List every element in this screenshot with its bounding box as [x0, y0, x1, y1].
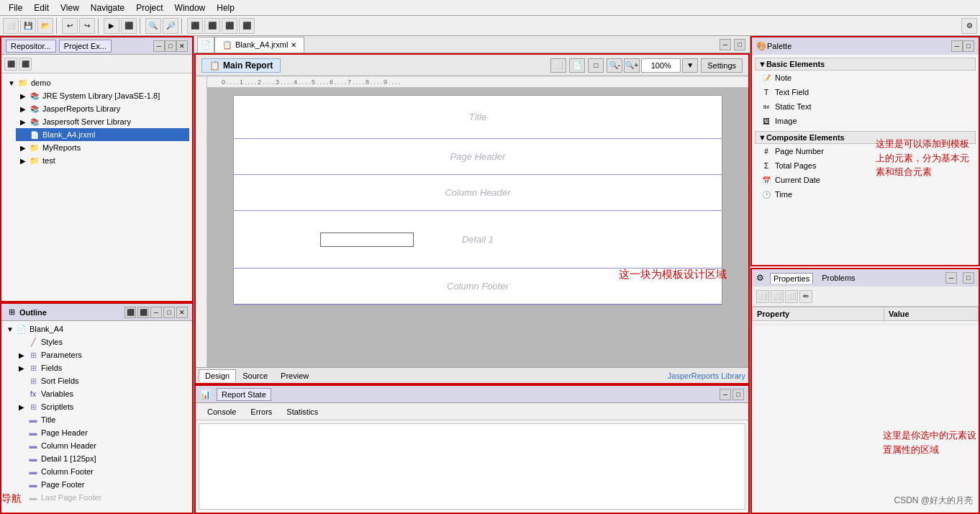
palette-text-field[interactable]: T Text Field [755, 85, 976, 99]
tab-errors[interactable]: Errors [245, 406, 278, 418]
props-btn3[interactable]: ⬜ [785, 290, 798, 303]
expand-test[interactable]: ▶ [17, 155, 29, 166]
outline-title[interactable]: ▬ Title [14, 413, 191, 426]
repo-minimize[interactable]: ─ [153, 40, 165, 52]
outline-maximize[interactable]: □ [163, 307, 175, 318]
tab-properties[interactable]: Properties [770, 273, 813, 284]
outline-parameters[interactable]: ▶ ⊞ Parameters [14, 348, 191, 361]
repo-maximize[interactable]: □ [165, 40, 176, 52]
palette-maximize[interactable]: □ [963, 40, 974, 52]
outline-detail1[interactable]: ▬ Detail 1 [125px] [14, 452, 191, 465]
palette-note[interactable]: 📝 Note [755, 71, 976, 85]
expand-scriptlets[interactable]: ▶ [16, 401, 27, 412]
toolbar-align-top[interactable]: ⬛ [222, 18, 237, 34]
toolbar-save[interactable]: 💾 [20, 18, 36, 34]
repo-close[interactable]: ✕ [176, 40, 188, 52]
tab-blank-a4[interactable]: 📋 Blank_A4.jrxml ✕ [214, 37, 304, 53]
props-minimize[interactable]: ─ [945, 272, 957, 284]
outline-scriptlets[interactable]: ▶ ⊞ Scriptlets [14, 400, 191, 413]
expand-d1[interactable] [16, 453, 27, 464]
outline-last-page-footer[interactable]: ▬ Last Page Footer [14, 491, 191, 504]
expand-server[interactable]: ▶ [17, 116, 29, 127]
expand-outline-root[interactable]: ▼ [4, 323, 16, 335]
outline-btn2[interactable]: ⬛ [137, 307, 149, 318]
canvas-scroll[interactable]: Title Page Header Column Header Detail 1 [207, 88, 748, 367]
repo-btn2[interactable]: ⬛ [19, 58, 32, 71]
toolbar-undo[interactable]: ↩ [62, 18, 78, 34]
menu-help[interactable]: Help [211, 1, 240, 14]
toolbar-run[interactable]: ▶ [104, 18, 119, 34]
expand-myreports[interactable]: ▶ [17, 142, 29, 153]
toolbar-new[interactable]: ⬜ [3, 18, 19, 34]
toolbar-zoom-in[interactable]: 🔍 [145, 18, 161, 34]
outline-column-header[interactable]: ▬ Column Header [14, 439, 191, 452]
outline-fields[interactable]: ▶ ⊞ Fields [14, 361, 191, 374]
menu-view[interactable]: View [55, 1, 85, 14]
palette-static-text[interactable]: lbl Static Text [755, 99, 976, 114]
expand-pf[interactable] [16, 479, 27, 490]
toolbar-align-right[interactable]: ⬛ [204, 18, 220, 34]
expand-jre[interactable]: ▶ [17, 90, 29, 102]
editor-minimize[interactable]: ─ [720, 39, 731, 50]
expand-demo[interactable]: ▼ [6, 77, 17, 89]
palette-minimize[interactable]: ─ [951, 40, 963, 52]
expand-variables[interactable] [16, 388, 27, 400]
props-btn1[interactable]: ⬜ [756, 290, 769, 303]
outline-page-header[interactable]: ▬ Page Header [14, 426, 191, 439]
tree-blank-a4[interactable]: 📄 Blank_A4.jrxml [16, 128, 189, 141]
expand-cf[interactable] [16, 466, 27, 477]
tab-close-icon[interactable]: ✕ [291, 41, 296, 49]
band-page-header[interactable]: Page Header [234, 139, 722, 175]
zoom-input[interactable] [641, 58, 681, 73]
outline-root[interactable]: ▼ 📄 Blank_A4 [3, 323, 191, 335]
tree-jasperreports[interactable]: ▶ 📚 JasperReports Library [16, 102, 189, 115]
tab-project-explorer[interactable]: Project Ex... [59, 40, 112, 53]
expand-fields[interactable]: ▶ [16, 362, 27, 374]
toolbar-align-left[interactable]: ⬛ [187, 18, 203, 34]
mr-btn-page[interactable]: 📄 [569, 58, 585, 73]
repo-btn1[interactable]: ⬛ [4, 58, 17, 71]
tree-jre[interactable]: ▶ 📚 JRE System Library [JavaSE-1.8] [16, 89, 189, 102]
tab-preview[interactable]: Preview [274, 369, 315, 382]
toolbar-stop[interactable]: ⬛ [121, 18, 137, 34]
expand-styles[interactable] [16, 336, 27, 348]
tab-report-state[interactable]: Report State [217, 388, 271, 401]
zoom-dropdown[interactable]: ▼ [682, 58, 698, 73]
expand-ph[interactable] [16, 427, 27, 438]
menu-file[interactable]: File [3, 1, 28, 14]
main-report-tab[interactable]: 📋 Main Report [201, 58, 281, 73]
basic-elements-header[interactable]: ▼ Basic Elements [755, 58, 976, 71]
expand-blank[interactable] [17, 129, 29, 140]
expand-title-band[interactable] [16, 414, 27, 425]
outline-btn1[interactable]: ⬛ [124, 307, 136, 318]
palette-time[interactable]: 🕐 Time [755, 187, 976, 202]
expand-params[interactable]: ▶ [16, 349, 27, 361]
palette-image[interactable]: 🖼 Image [755, 114, 976, 128]
tree-myreports[interactable]: ▶ 📁 MyReports [16, 141, 189, 154]
toolbar-open[interactable]: 📂 [37, 18, 53, 34]
expand-jr[interactable]: ▶ [17, 103, 29, 114]
mr-btn-fit[interactable]: ⬜ [550, 58, 566, 73]
settings-button[interactable]: Settings [701, 58, 743, 73]
band-title[interactable]: Title [234, 96, 722, 139]
expand-ch[interactable] [16, 440, 27, 451]
menu-project[interactable]: Project [130, 1, 168, 14]
props-btn4[interactable]: ✏ [799, 290, 812, 303]
tab-problems[interactable]: Problems [819, 273, 858, 283]
outline-variables[interactable]: fx Variables [14, 387, 191, 400]
outline-close[interactable]: ✕ [176, 307, 188, 318]
outline-column-footer[interactable]: ▬ Column Footer [14, 465, 191, 478]
editor-maximize[interactable]: □ [734, 39, 745, 50]
band-detail[interactable]: Detail 1 [234, 211, 722, 269]
expand-sort[interactable] [16, 375, 27, 387]
toolbar-settings[interactable]: ⚙ [961, 18, 977, 34]
tab-design[interactable]: Design [199, 369, 236, 382]
menu-window[interactable]: Window [169, 1, 212, 14]
tab-statistics[interactable]: Statistics [281, 406, 324, 418]
tab-source[interactable]: Source [236, 369, 274, 382]
tree-demo[interactable]: ▼ 📁 demo [4, 76, 189, 89]
outline-minimize[interactable]: ─ [150, 307, 162, 318]
tree-server[interactable]: ▶ 📚 Jaspersoft Server Library [16, 115, 189, 128]
tree-test[interactable]: ▶ 📁 test [16, 154, 189, 167]
props-btn2[interactable]: ⬜ [771, 290, 784, 303]
